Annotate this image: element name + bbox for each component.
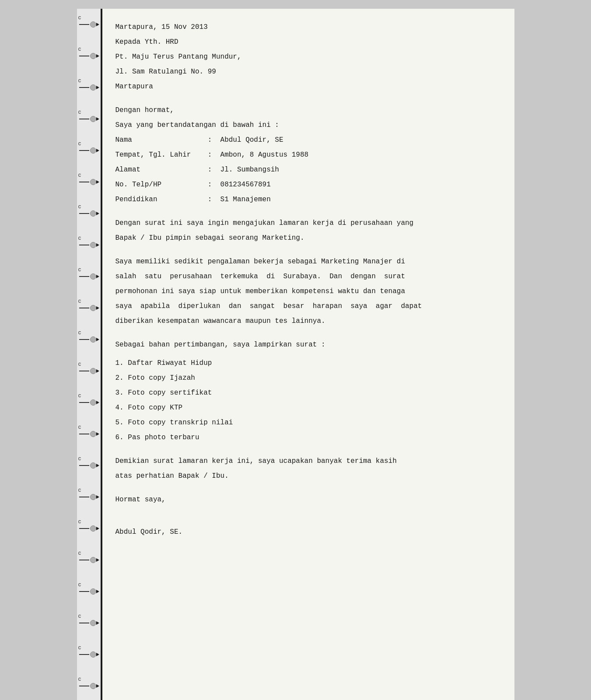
- punch-hole: [90, 179, 96, 185]
- name-text: Nama : Abdul Qodir, SE: [115, 135, 497, 146]
- punch-group-16: c: [77, 488, 101, 500]
- line-education: Pendidikan : S1 Manajemen: [115, 194, 497, 208]
- punch-hole: [90, 431, 96, 437]
- punch-group-9: c: [77, 267, 101, 280]
- education-text: Pendidikan : S1 Manajemen: [115, 194, 497, 206]
- punch-group-10: c: [77, 299, 101, 311]
- punch-arrow: [96, 243, 99, 247]
- attach-text-5: 5. Foto copy transkrip nilai: [115, 417, 497, 429]
- punch-hole: [90, 116, 96, 122]
- punch-dash: [79, 402, 89, 403]
- punch-arrow: [96, 23, 99, 26]
- spacer-8: [115, 509, 497, 518]
- address-text: Alamat : Jl. Sumbangsih: [115, 164, 497, 176]
- punch-group-19: c: [77, 582, 101, 595]
- intro-text: Saya yang bertandatangan di bawah ini :: [115, 120, 497, 131]
- punch-label: c: [77, 425, 81, 430]
- line-purpose-2: Bapak / Ibu pimpin sebagai seorang Marke…: [115, 233, 497, 247]
- punch-hole: [90, 53, 96, 59]
- line-exp-1: Saya memiliki sedikit pengalaman bekerja…: [115, 256, 497, 270]
- punch-group-17: c: [77, 519, 101, 532]
- punch-group-11: c: [77, 330, 101, 343]
- attach-intro-text: Sebagai bahan pertimbangan, saya lampirk…: [115, 340, 497, 351]
- punch-arrow: [96, 306, 99, 310]
- recipient-text-3: Jl. Sam Ratulangi No. 99: [115, 66, 497, 78]
- line-recipient-2: Pt. Maju Terus Pantang Mundur,: [115, 52, 497, 66]
- punch-arrow: [96, 338, 99, 341]
- punch-group-15: c: [77, 456, 101, 469]
- punch-group-14: c: [77, 425, 101, 437]
- punch-arrow: [96, 54, 99, 58]
- purpose-text-2: Bapak / Ibu pimpin sebagai seorang Marke…: [115, 233, 497, 244]
- punch-dash: [79, 308, 89, 308]
- punch-dash: [79, 276, 89, 277]
- spacer-4: [115, 331, 497, 340]
- date-text: Martapura, 15 Nov 2013: [115, 22, 497, 33]
- punch-label: c: [77, 488, 81, 493]
- attach-text-3: 3. Foto copy sertifikat: [115, 388, 497, 399]
- punch-label: c: [77, 582, 81, 588]
- punch-arrow: [96, 180, 99, 184]
- punch-dash: [79, 56, 89, 56]
- line-name: Nama : Abdul Qodir, SE: [115, 135, 497, 149]
- line-exp-4: saya apabila diperlukan dan sangat besar…: [115, 301, 497, 315]
- punch-dash: [79, 591, 89, 592]
- punch-dash: [79, 465, 89, 466]
- punch-row: [77, 620, 101, 626]
- punch-group-20: c: [77, 614, 101, 626]
- punch-hole: [90, 84, 96, 91]
- punch-row: [77, 273, 101, 280]
- punch-row: [77, 557, 101, 563]
- punch-dash: [79, 528, 89, 529]
- punch-hole: [90, 210, 96, 217]
- punch-row: [77, 494, 101, 500]
- punch-arrow: [96, 495, 99, 499]
- punch-arrow: [96, 117, 99, 121]
- punch-arrow: [96, 369, 99, 373]
- exp-text-1: Saya memiliki sedikit pengalaman bekerja…: [115, 256, 497, 268]
- punch-label: c: [77, 141, 81, 147]
- line-address: Alamat : Jl. Sumbangsih: [115, 164, 497, 178]
- left-margin: c c c c: [77, 9, 102, 700]
- punch-group-6: c: [77, 173, 101, 185]
- punch-dash: [79, 497, 89, 497]
- punch-row: [77, 21, 101, 28]
- punch-dash: [79, 119, 89, 119]
- punch-row: [77, 116, 101, 122]
- punch-dash: [79, 339, 89, 340]
- punch-label: c: [77, 110, 81, 115]
- punch-label: c: [77, 204, 81, 210]
- punch-arrow: [96, 149, 99, 152]
- punch-group-3: c: [77, 78, 101, 91]
- punch-arrow: [96, 275, 99, 278]
- punch-label: c: [77, 393, 81, 399]
- punch-hole: [90, 147, 96, 154]
- punch-dash: [79, 434, 89, 434]
- punch-group-22: c: [77, 677, 101, 689]
- closing-text-2: atas perhatian Bapak / Ibu.: [115, 471, 497, 482]
- document-page: c c c c: [77, 9, 514, 700]
- punch-hole: [90, 21, 96, 28]
- attach-text-2: 2. Foto copy Ijazah: [115, 373, 497, 384]
- punch-arrow: [96, 432, 99, 436]
- punch-dash: [79, 623, 89, 623]
- punch-row: [77, 179, 101, 185]
- line-attach-3: 3. Foto copy sertifikat: [115, 388, 497, 402]
- punch-arrow: [96, 527, 99, 530]
- punch-group-8: c: [77, 236, 101, 248]
- line-attach-4: 4. Foto copy KTP: [115, 402, 497, 416]
- punch-hole: [90, 273, 96, 280]
- line-exp-2: salah satu perusahaan terkemuka di Surab…: [115, 271, 497, 285]
- punch-group-2: c: [77, 47, 101, 59]
- punch-group-12: c: [77, 362, 101, 374]
- exp-text-2: salah satu perusahaan terkemuka di Surab…: [115, 271, 497, 283]
- punch-hole: [90, 683, 96, 689]
- punch-row: [77, 431, 101, 437]
- punch-row: [77, 462, 101, 469]
- punch-hole: [90, 242, 96, 248]
- signoff-text: Hormat saya,: [115, 494, 497, 506]
- punch-hole: [90, 651, 96, 658]
- punch-hole: [90, 305, 96, 311]
- line-exp-5: diberikan kesempatan wawancara maupun te…: [115, 316, 497, 330]
- line-signoff: Hormat saya,: [115, 494, 497, 508]
